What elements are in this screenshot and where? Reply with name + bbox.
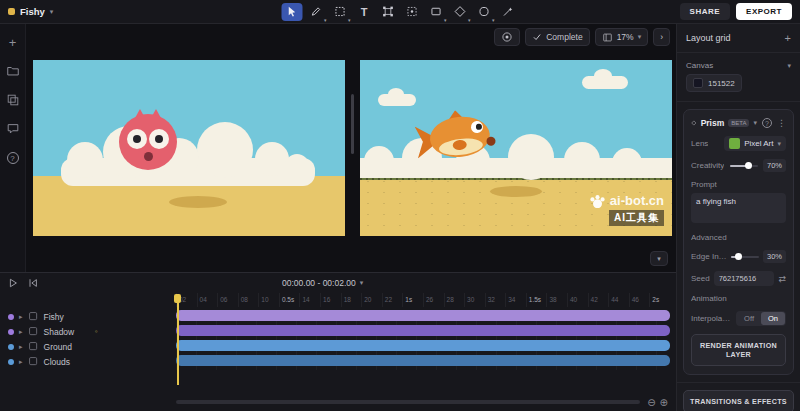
stamp-tool[interactable]: ▾	[450, 3, 471, 21]
shapes-tool[interactable]: ▾	[474, 3, 495, 21]
fish-mouth	[486, 136, 496, 146]
help-circle-icon[interactable]: ?	[762, 118, 772, 128]
layer-name[interactable]: Shadow	[44, 327, 75, 337]
transitions-effects-button[interactable]: TRANSITIONS & EFFECTS	[683, 390, 794, 411]
track-clip-bar[interactable]	[176, 340, 670, 351]
prism-header[interactable]: Prism BETA ▾ ? ⋮	[691, 118, 786, 128]
layer-row[interactable]: ▸ Fishy	[0, 309, 176, 324]
marquee-tool[interactable]: ▾	[330, 3, 351, 21]
layer-row[interactable]: ▸ Clouds	[0, 354, 176, 369]
edge-influence-slider[interactable]	[731, 256, 759, 258]
help-icon[interactable]: ?	[5, 150, 21, 166]
cloud-puff	[67, 142, 103, 178]
blob-eye-left	[127, 129, 147, 149]
seed-input[interactable]	[714, 271, 775, 286]
tool-dropdown-caret[interactable]: ▾	[444, 17, 447, 23]
chevron-down-icon[interactable]: ▾	[753, 119, 757, 127]
zoom-dropdown[interactable]: 17% ▾	[595, 28, 649, 46]
canvas-section-header[interactable]: Canvas ▾	[677, 53, 800, 74]
rectangle-shape-tool[interactable]: ▾	[426, 3, 447, 21]
interpolation-off-option[interactable]: Off	[737, 312, 761, 325]
timeline-horizontal-scrollbar[interactable]	[176, 400, 640, 404]
playhead-line[interactable]	[177, 295, 179, 385]
ruler-tick-label: 14	[299, 293, 320, 307]
chevron-right-icon[interactable]: ▸	[19, 328, 23, 336]
color-swatch[interactable]	[693, 78, 703, 88]
export-button[interactable]: EXPORT	[736, 3, 792, 20]
complete-button[interactable]: Complete	[525, 28, 589, 46]
chevron-down-icon[interactable]: ▾	[50, 8, 54, 16]
ruler-tick-label: 46	[629, 293, 650, 307]
select-area-tool[interactable]	[402, 3, 423, 21]
record-button[interactable]	[494, 28, 520, 46]
cursor-tool[interactable]	[282, 3, 303, 21]
layer-color-dot	[8, 329, 14, 335]
time-range-display[interactable]: 00:00.00 - 00:02.00 ▾	[282, 278, 363, 288]
advanced-label: Advanced	[691, 233, 737, 242]
wand-tool[interactable]	[498, 3, 519, 21]
creativity-slider[interactable]	[730, 165, 758, 167]
layer-name[interactable]: Clouds	[44, 357, 70, 367]
lens-dropdown[interactable]: Pixel Art ▾	[724, 136, 786, 151]
layout-grid-row[interactable]: Layout grid +	[677, 24, 800, 53]
ruler-tick-label: 20	[361, 293, 382, 307]
chevron-right-icon[interactable]: ▸	[19, 358, 23, 366]
artboard-frame-1[interactable]	[33, 60, 345, 236]
chevron-right-icon[interactable]: ▸	[19, 313, 23, 321]
add-layout-grid-button[interactable]: +	[785, 32, 791, 44]
zoom-in-icon[interactable]: ⊕	[660, 397, 668, 408]
lens-row: Lens Pixel Art ▾	[691, 136, 786, 151]
tool-dropdown-caret[interactable]: ▾	[492, 17, 495, 23]
comments-icon[interactable]	[5, 121, 21, 137]
folder-icon[interactable]	[5, 63, 21, 79]
layer-row[interactable]: ▸ Ground	[0, 339, 176, 354]
watermark-brand-row: ai-bot.cn	[589, 193, 664, 208]
ruler-tick-label: 40	[567, 293, 588, 307]
layer-name[interactable]: Fishy	[44, 312, 64, 322]
transform-tool[interactable]	[378, 3, 399, 21]
document-name[interactable]: Fishy	[20, 6, 45, 17]
prompt-input[interactable]: a flying fish	[691, 193, 786, 223]
layer-name[interactable]: Ground	[44, 342, 72, 352]
cloud-puff	[364, 146, 394, 176]
canvas-divider-handle[interactable]	[351, 94, 354, 154]
render-animation-layer-button[interactable]: RENDER ANIMATION LAYER	[691, 334, 786, 366]
document-title-menu[interactable]: Fishy ▾	[8, 6, 53, 17]
cloud-puff	[564, 142, 600, 178]
track-clip-bar[interactable]	[176, 325, 670, 336]
playhead-handle[interactable]	[174, 294, 181, 303]
add-icon[interactable]: +	[5, 34, 21, 50]
more-options-icon[interactable]: ⋮	[777, 118, 786, 128]
skip-to-start-button[interactable]	[27, 277, 39, 289]
play-button[interactable]	[7, 277, 19, 289]
artboard-frame-2[interactable]: ai-bot.cn AI工具集	[360, 60, 672, 236]
canvas-color-field[interactable]: 151522	[686, 74, 742, 92]
shuffle-seed-icon[interactable]: ⇄	[778, 274, 786, 284]
layer-color-dot	[8, 359, 14, 365]
slider-knob[interactable]	[745, 162, 752, 169]
layer-row[interactable]: ▸ Shadow ◦	[0, 324, 176, 339]
text-tool[interactable]: T	[354, 3, 375, 21]
tool-dropdown-caret[interactable]: ▾	[348, 17, 351, 23]
zoom-out-icon[interactable]: ⊖	[647, 397, 655, 408]
interpolation-on-option[interactable]: On	[761, 312, 785, 325]
next-frame-button[interactable]: ›	[653, 28, 670, 46]
tool-dropdown-caret[interactable]: ▾	[324, 17, 327, 23]
slider-knob[interactable]	[735, 253, 742, 260]
color-hex-value[interactable]: 151522	[708, 79, 735, 88]
track-clip-bar[interactable]	[176, 355, 670, 366]
tool-dropdown-caret[interactable]: ▾	[468, 17, 471, 23]
creativity-value[interactable]: 70%	[763, 159, 786, 172]
ruler-tick-label: 2s	[649, 293, 670, 307]
timeline-ruler[interactable]: 02 04 06 08 10 0.5s 14	[176, 293, 670, 307]
track-clip-bar[interactable]	[176, 310, 670, 321]
chevron-right-icon[interactable]: ▸	[19, 343, 23, 351]
pen-tool[interactable]: ▾	[306, 3, 327, 21]
ruler-tick-label: 44	[608, 293, 629, 307]
collapse-panel-button[interactable]: ▾	[650, 251, 668, 266]
chevron-down-icon[interactable]: ▾	[787, 62, 791, 70]
canvas-viewport[interactable]: Complete 17% ▾ ›	[26, 24, 676, 272]
share-button[interactable]: SHARE	[680, 3, 731, 20]
frames-icon[interactable]	[5, 92, 21, 108]
edge-influence-value[interactable]: 30%	[763, 250, 786, 263]
